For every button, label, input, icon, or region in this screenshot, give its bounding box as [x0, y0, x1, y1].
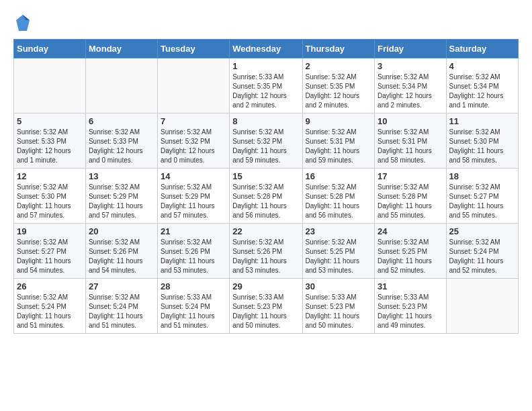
day-number: 3	[378, 61, 443, 71]
day-number: 15	[232, 171, 299, 181]
column-header-monday: Monday	[85, 40, 157, 58]
calendar-cell: 13Sunrise: 5:32 AM Sunset: 5:29 PM Dayli…	[85, 169, 157, 224]
day-number: 18	[449, 171, 515, 181]
calendar-cell: 26Sunrise: 5:32 AM Sunset: 5:24 PM Dayli…	[14, 279, 86, 334]
calendar-cell: 12Sunrise: 5:32 AM Sunset: 5:30 PM Dayli…	[14, 169, 86, 224]
calendar-cell	[85, 58, 157, 113]
column-header-friday: Friday	[375, 40, 446, 58]
day-info: Sunrise: 5:32 AM Sunset: 5:34 PM Dayligh…	[378, 73, 443, 110]
calendar-cell	[157, 58, 229, 113]
day-number: 29	[232, 281, 299, 291]
week-row-2: 5Sunrise: 5:32 AM Sunset: 5:33 PM Daylig…	[14, 113, 519, 169]
day-info: Sunrise: 5:32 AM Sunset: 5:31 PM Dayligh…	[306, 128, 372, 165]
day-number: 19	[17, 226, 83, 236]
day-number: 13	[89, 171, 154, 181]
calendar-cell: 6Sunrise: 5:32 AM Sunset: 5:33 PM Daylig…	[85, 113, 157, 169]
day-info: Sunrise: 5:32 AM Sunset: 5:28 PM Dayligh…	[232, 183, 299, 220]
calendar-cell: 27Sunrise: 5:32 AM Sunset: 5:24 PM Dayli…	[85, 279, 157, 334]
day-info: Sunrise: 5:32 AM Sunset: 5:26 PM Dayligh…	[161, 238, 226, 275]
day-number: 28	[161, 281, 226, 291]
column-header-sunday: Sunday	[14, 40, 86, 58]
calendar-cell: 31Sunrise: 5:33 AM Sunset: 5:23 PM Dayli…	[375, 279, 446, 334]
day-info: Sunrise: 5:32 AM Sunset: 5:27 PM Dayligh…	[449, 183, 515, 220]
day-info: Sunrise: 5:32 AM Sunset: 5:28 PM Dayligh…	[378, 183, 443, 220]
calendar-cell: 2Sunrise: 5:32 AM Sunset: 5:35 PM Daylig…	[302, 58, 375, 113]
day-info: Sunrise: 5:32 AM Sunset: 5:34 PM Dayligh…	[449, 73, 515, 110]
calendar-cell: 10Sunrise: 5:32 AM Sunset: 5:31 PM Dayli…	[375, 113, 446, 169]
calendar-cell: 29Sunrise: 5:33 AM Sunset: 5:23 PM Dayli…	[230, 279, 302, 334]
day-info: Sunrise: 5:32 AM Sunset: 5:27 PM Dayligh…	[17, 238, 83, 275]
calendar-cell: 7Sunrise: 5:32 AM Sunset: 5:32 PM Daylig…	[157, 113, 229, 169]
calendar-cell: 22Sunrise: 5:32 AM Sunset: 5:26 PM Dayli…	[230, 224, 302, 279]
day-info: Sunrise: 5:32 AM Sunset: 5:25 PM Dayligh…	[378, 238, 443, 275]
calendar-cell: 28Sunrise: 5:33 AM Sunset: 5:24 PM Dayli…	[157, 279, 229, 334]
day-info: Sunrise: 5:33 AM Sunset: 5:23 PM Dayligh…	[232, 293, 299, 330]
day-number: 10	[378, 116, 443, 126]
calendar-header-row: SundayMondayTuesdayWednesdayThursdayFrid…	[14, 40, 519, 58]
calendar-cell: 9Sunrise: 5:32 AM Sunset: 5:31 PM Daylig…	[302, 113, 375, 169]
column-header-saturday: Saturday	[446, 40, 518, 58]
calendar-cell: 14Sunrise: 5:32 AM Sunset: 5:29 PM Dayli…	[157, 169, 229, 224]
calendar-cell: 17Sunrise: 5:32 AM Sunset: 5:28 PM Dayli…	[375, 169, 446, 224]
day-number: 7	[161, 116, 226, 126]
calendar: SundayMondayTuesdayWednesdayThursdayFrid…	[13, 39, 519, 334]
day-number: 1	[232, 61, 299, 71]
day-info: Sunrise: 5:32 AM Sunset: 5:32 PM Dayligh…	[161, 128, 226, 165]
day-info: Sunrise: 5:32 AM Sunset: 5:35 PM Dayligh…	[306, 73, 372, 110]
day-info: Sunrise: 5:32 AM Sunset: 5:30 PM Dayligh…	[449, 128, 515, 165]
calendar-cell: 30Sunrise: 5:33 AM Sunset: 5:23 PM Dayli…	[302, 279, 375, 334]
day-number: 17	[378, 171, 443, 181]
calendar-cell: 25Sunrise: 5:32 AM Sunset: 5:24 PM Dayli…	[446, 224, 518, 279]
day-info: Sunrise: 5:32 AM Sunset: 5:32 PM Dayligh…	[232, 128, 299, 165]
day-number: 16	[306, 171, 372, 181]
calendar-cell: 4Sunrise: 5:32 AM Sunset: 5:34 PM Daylig…	[446, 58, 518, 113]
day-number: 11	[449, 116, 515, 126]
logo-icon	[15, 13, 31, 32]
day-info: Sunrise: 5:33 AM Sunset: 5:24 PM Dayligh…	[161, 293, 226, 330]
header	[13, 13, 519, 32]
day-number: 23	[306, 226, 372, 236]
day-info: Sunrise: 5:32 AM Sunset: 5:29 PM Dayligh…	[89, 183, 154, 220]
day-info: Sunrise: 5:32 AM Sunset: 5:26 PM Dayligh…	[89, 238, 154, 275]
calendar-cell	[446, 279, 518, 334]
page: SundayMondayTuesdayWednesdayThursdayFrid…	[0, 0, 532, 340]
calendar-cell: 21Sunrise: 5:32 AM Sunset: 5:26 PM Dayli…	[157, 224, 229, 279]
day-number: 5	[17, 116, 83, 126]
day-number: 6	[89, 116, 154, 126]
day-number: 30	[306, 281, 372, 291]
day-info: Sunrise: 5:32 AM Sunset: 5:24 PM Dayligh…	[89, 293, 154, 330]
day-info: Sunrise: 5:32 AM Sunset: 5:31 PM Dayligh…	[378, 128, 443, 165]
logo	[13, 13, 31, 32]
calendar-cell: 20Sunrise: 5:32 AM Sunset: 5:26 PM Dayli…	[85, 224, 157, 279]
calendar-cell: 8Sunrise: 5:32 AM Sunset: 5:32 PM Daylig…	[230, 113, 302, 169]
day-number: 12	[17, 171, 83, 181]
day-info: Sunrise: 5:33 AM Sunset: 5:35 PM Dayligh…	[232, 73, 299, 110]
day-number: 25	[449, 226, 515, 236]
day-number: 2	[306, 61, 372, 71]
day-number: 4	[449, 61, 515, 71]
svg-marker-0	[16, 15, 30, 31]
day-info: Sunrise: 5:32 AM Sunset: 5:29 PM Dayligh…	[161, 183, 226, 220]
day-info: Sunrise: 5:32 AM Sunset: 5:33 PM Dayligh…	[89, 128, 154, 165]
week-row-5: 26Sunrise: 5:32 AM Sunset: 5:24 PM Dayli…	[14, 279, 519, 334]
day-number: 9	[306, 116, 372, 126]
day-number: 8	[232, 116, 299, 126]
day-info: Sunrise: 5:33 AM Sunset: 5:23 PM Dayligh…	[378, 293, 443, 330]
day-number: 27	[89, 281, 154, 291]
calendar-cell: 5Sunrise: 5:32 AM Sunset: 5:33 PM Daylig…	[14, 113, 86, 169]
day-info: Sunrise: 5:32 AM Sunset: 5:25 PM Dayligh…	[306, 238, 372, 275]
day-number: 24	[378, 226, 443, 236]
column-header-wednesday: Wednesday	[230, 40, 302, 58]
day-number: 20	[89, 226, 154, 236]
day-info: Sunrise: 5:32 AM Sunset: 5:26 PM Dayligh…	[232, 238, 299, 275]
calendar-cell: 15Sunrise: 5:32 AM Sunset: 5:28 PM Dayli…	[230, 169, 302, 224]
calendar-cell: 11Sunrise: 5:32 AM Sunset: 5:30 PM Dayli…	[446, 113, 518, 169]
week-row-3: 12Sunrise: 5:32 AM Sunset: 5:30 PM Dayli…	[14, 169, 519, 224]
day-number: 21	[161, 226, 226, 236]
calendar-cell: 1Sunrise: 5:33 AM Sunset: 5:35 PM Daylig…	[230, 58, 302, 113]
week-row-4: 19Sunrise: 5:32 AM Sunset: 5:27 PM Dayli…	[14, 224, 519, 279]
day-info: Sunrise: 5:32 AM Sunset: 5:28 PM Dayligh…	[306, 183, 372, 220]
day-number: 14	[161, 171, 226, 181]
day-number: 31	[378, 281, 443, 291]
day-number: 26	[17, 281, 83, 291]
